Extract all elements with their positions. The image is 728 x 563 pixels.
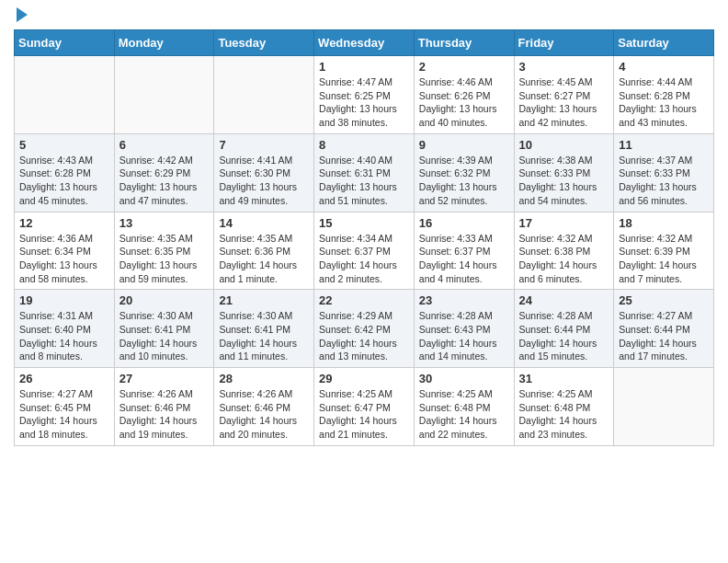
calendar-week-row: 1Sunrise: 4:47 AM Sunset: 6:25 PM Daylig…	[15, 56, 714, 134]
calendar-week-row: 12Sunrise: 4:36 AM Sunset: 6:34 PM Dayli…	[15, 212, 714, 290]
day-info: Sunrise: 4:28 AM Sunset: 6:44 PM Dayligh…	[519, 309, 609, 363]
day-info: Sunrise: 4:25 AM Sunset: 6:48 PM Dayligh…	[419, 387, 509, 442]
weekday-header-saturday: Saturday	[614, 30, 714, 56]
day-number: 20	[119, 293, 210, 307]
day-info: Sunrise: 4:32 AM Sunset: 6:38 PM Dayligh…	[519, 232, 609, 286]
day-number: 24	[519, 293, 609, 307]
calendar-day-6: 6Sunrise: 4:42 AM Sunset: 6:29 PM Daylig…	[114, 133, 214, 212]
day-info: Sunrise: 4:31 AM Sunset: 6:40 PM Dayligh…	[19, 309, 109, 363]
day-number: 26	[19, 372, 109, 385]
calendar-day-4: 4Sunrise: 4:44 AM Sunset: 6:28 PM Daylig…	[614, 56, 714, 134]
calendar-day-2: 2Sunrise: 4:46 AM Sunset: 6:26 PM Daylig…	[414, 56, 514, 134]
day-info: Sunrise: 4:26 AM Sunset: 6:46 PM Dayligh…	[219, 387, 309, 442]
calendar-day-5: 5Sunrise: 4:43 AM Sunset: 6:28 PM Daylig…	[15, 133, 115, 212]
calendar-day-22: 22Sunrise: 4:29 AM Sunset: 6:42 PM Dayli…	[314, 290, 415, 368]
day-number: 22	[319, 293, 409, 307]
calendar-day-26: 26Sunrise: 4:27 AM Sunset: 6:45 PM Dayli…	[15, 368, 115, 446]
day-number: 2	[419, 60, 509, 74]
calendar-header-row: SundayMondayTuesdayWednesdayThursdayFrid…	[15, 30, 714, 56]
day-number: 15	[319, 216, 409, 230]
day-info: Sunrise: 4:29 AM Sunset: 6:42 PM Dayligh…	[319, 309, 409, 363]
day-number: 30	[419, 372, 509, 385]
calendar-empty-cell	[614, 368, 714, 446]
day-info: Sunrise: 4:28 AM Sunset: 6:43 PM Dayligh…	[419, 309, 509, 363]
calendar-day-20: 20Sunrise: 4:30 AM Sunset: 6:41 PM Dayli…	[114, 290, 214, 368]
day-number: 3	[519, 60, 609, 74]
calendar-day-12: 12Sunrise: 4:36 AM Sunset: 6:34 PM Dayli…	[15, 212, 115, 290]
day-number: 6	[119, 138, 210, 152]
day-number: 7	[219, 138, 309, 152]
day-info: Sunrise: 4:26 AM Sunset: 6:46 PM Dayligh…	[119, 387, 210, 442]
calendar-day-28: 28Sunrise: 4:26 AM Sunset: 6:46 PM Dayli…	[214, 368, 314, 446]
calendar-day-27: 27Sunrise: 4:26 AM Sunset: 6:46 PM Dayli…	[114, 368, 214, 446]
weekday-header-friday: Friday	[514, 30, 614, 56]
day-info: Sunrise: 4:32 AM Sunset: 6:39 PM Dayligh…	[619, 232, 709, 286]
day-number: 27	[119, 372, 210, 385]
day-number: 12	[19, 216, 109, 230]
day-info: Sunrise: 4:44 AM Sunset: 6:28 PM Dayligh…	[619, 75, 709, 130]
calendar-day-3: 3Sunrise: 4:45 AM Sunset: 6:27 PM Daylig…	[514, 56, 614, 134]
day-number: 25	[619, 293, 709, 307]
day-number: 13	[119, 216, 210, 230]
calendar-day-14: 14Sunrise: 4:35 AM Sunset: 6:36 PM Dayli…	[214, 212, 314, 290]
day-info: Sunrise: 4:42 AM Sunset: 6:29 PM Dayligh…	[119, 154, 210, 208]
day-number: 10	[519, 138, 609, 152]
calendar-week-row: 19Sunrise: 4:31 AM Sunset: 6:40 PM Dayli…	[15, 290, 714, 368]
day-info: Sunrise: 4:35 AM Sunset: 6:35 PM Dayligh…	[119, 232, 210, 286]
day-number: 1	[319, 60, 409, 74]
day-number: 23	[419, 293, 509, 307]
day-number: 31	[519, 372, 609, 385]
calendar-table: SundayMondayTuesdayWednesdayThursdayFrid…	[14, 29, 714, 446]
day-number: 29	[319, 372, 409, 385]
calendar-day-19: 19Sunrise: 4:31 AM Sunset: 6:40 PM Dayli…	[15, 290, 115, 368]
calendar-day-29: 29Sunrise: 4:25 AM Sunset: 6:47 PM Dayli…	[314, 368, 415, 446]
day-info: Sunrise: 4:47 AM Sunset: 6:25 PM Dayligh…	[319, 75, 409, 130]
calendar-week-row: 5Sunrise: 4:43 AM Sunset: 6:28 PM Daylig…	[15, 133, 714, 212]
day-number: 14	[219, 216, 309, 230]
calendar-day-24: 24Sunrise: 4:28 AM Sunset: 6:44 PM Dayli…	[514, 290, 614, 368]
calendar-day-16: 16Sunrise: 4:33 AM Sunset: 6:37 PM Dayli…	[414, 212, 514, 290]
calendar-empty-cell	[214, 56, 314, 134]
weekday-header-sunday: Sunday	[15, 30, 115, 56]
day-info: Sunrise: 4:37 AM Sunset: 6:33 PM Dayligh…	[619, 154, 709, 208]
day-number: 17	[519, 216, 609, 230]
day-number: 9	[419, 138, 509, 152]
day-number: 19	[19, 293, 109, 307]
day-info: Sunrise: 4:25 AM Sunset: 6:47 PM Dayligh…	[319, 387, 409, 442]
day-number: 5	[19, 138, 109, 152]
day-info: Sunrise: 4:34 AM Sunset: 6:37 PM Dayligh…	[319, 232, 409, 286]
calendar-day-8: 8Sunrise: 4:40 AM Sunset: 6:31 PM Daylig…	[314, 133, 415, 212]
day-info: Sunrise: 4:43 AM Sunset: 6:28 PM Dayligh…	[19, 154, 109, 208]
day-number: 21	[219, 293, 309, 307]
calendar-day-15: 15Sunrise: 4:34 AM Sunset: 6:37 PM Dayli…	[314, 212, 415, 290]
day-number: 28	[219, 372, 309, 385]
weekday-header-wednesday: Wednesday	[314, 30, 415, 56]
day-info: Sunrise: 4:40 AM Sunset: 6:31 PM Dayligh…	[319, 154, 409, 208]
calendar-day-18: 18Sunrise: 4:32 AM Sunset: 6:39 PM Dayli…	[614, 212, 714, 290]
logo-arrow-icon	[17, 7, 28, 22]
weekday-header-monday: Monday	[114, 30, 214, 56]
calendar-day-25: 25Sunrise: 4:27 AM Sunset: 6:44 PM Dayli…	[614, 290, 714, 368]
day-number: 4	[619, 60, 709, 74]
weekday-header-tuesday: Tuesday	[214, 30, 314, 56]
calendar-day-30: 30Sunrise: 4:25 AM Sunset: 6:48 PM Dayli…	[414, 368, 514, 446]
day-info: Sunrise: 4:36 AM Sunset: 6:34 PM Dayligh…	[19, 232, 109, 286]
day-info: Sunrise: 4:33 AM Sunset: 6:37 PM Dayligh…	[419, 232, 509, 286]
calendar-day-23: 23Sunrise: 4:28 AM Sunset: 6:43 PM Dayli…	[414, 290, 514, 368]
day-info: Sunrise: 4:30 AM Sunset: 6:41 PM Dayligh…	[219, 309, 309, 363]
day-info: Sunrise: 4:30 AM Sunset: 6:41 PM Dayligh…	[119, 309, 210, 363]
calendar-day-31: 31Sunrise: 4:25 AM Sunset: 6:48 PM Dayli…	[514, 368, 614, 446]
calendar-day-7: 7Sunrise: 4:41 AM Sunset: 6:30 PM Daylig…	[214, 133, 314, 212]
day-info: Sunrise: 4:45 AM Sunset: 6:27 PM Dayligh…	[519, 75, 609, 130]
day-number: 16	[419, 216, 509, 230]
calendar-day-11: 11Sunrise: 4:37 AM Sunset: 6:33 PM Dayli…	[614, 133, 714, 212]
day-info: Sunrise: 4:46 AM Sunset: 6:26 PM Dayligh…	[419, 75, 509, 130]
day-number: 11	[619, 138, 709, 152]
day-number: 8	[319, 138, 409, 152]
weekday-header-thursday: Thursday	[414, 30, 514, 56]
calendar-day-1: 1Sunrise: 4:47 AM Sunset: 6:25 PM Daylig…	[314, 56, 415, 134]
calendar-empty-cell	[114, 56, 214, 134]
calendar-day-10: 10Sunrise: 4:38 AM Sunset: 6:33 PM Dayli…	[514, 133, 614, 212]
calendar-day-17: 17Sunrise: 4:32 AM Sunset: 6:38 PM Dayli…	[514, 212, 614, 290]
calendar-day-13: 13Sunrise: 4:35 AM Sunset: 6:35 PM Dayli…	[114, 212, 214, 290]
